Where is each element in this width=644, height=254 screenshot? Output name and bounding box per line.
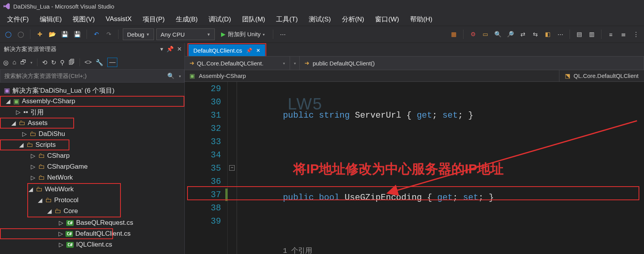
folder-icon: 🗀 <box>38 174 45 182</box>
file-iqlclient[interactable]: ▷ C# IQLClient.cs <box>0 239 184 250</box>
expand-icon[interactable]: ◢ <box>5 98 11 105</box>
config-dropdown[interactable]: Debug ▼ <box>123 28 154 40</box>
tool-ext-9[interactable]: ⋯ <box>555 29 565 39</box>
nav-class-dropdown[interactable]: ➜QL.Core.DefaultQLClient. ▾ <box>185 56 290 70</box>
project-node[interactable]: ◢ ▣ Assembly-CSharp <box>0 96 184 107</box>
menu-build[interactable]: 生成(B) <box>171 13 203 25</box>
nav-member-text: public DefaultQLClient() <box>313 60 375 67</box>
nav-back-icon[interactable]: ◯ <box>3 29 13 39</box>
menu-project[interactable]: 项目(P) <box>138 13 170 25</box>
home2-icon[interactable]: ⌂ <box>12 59 16 66</box>
save-all-icon[interactable]: 💾 <box>72 29 82 39</box>
expand-icon[interactable]: ▷ <box>22 131 27 138</box>
separator <box>463 30 464 39</box>
code-icon[interactable]: <> <box>85 59 92 66</box>
tool-ext-1[interactable]: ▦ <box>449 29 459 39</box>
menu-team[interactable]: 团队(M) <box>237 13 270 25</box>
redo-icon[interactable]: ↷ <box>104 29 114 39</box>
tool-ext-12[interactable]: ≡ <box>606 29 616 39</box>
collapse-icon[interactable]: 🗗 <box>20 59 27 66</box>
tool-ext-5[interactable]: 🔎 <box>505 29 515 39</box>
network-node[interactable]: ▷ 🗀 NetWork <box>0 172 184 183</box>
folder-label: Core <box>64 207 78 215</box>
expand-icon[interactable]: ◢ <box>28 186 34 193</box>
expand-icon[interactable]: ◢ <box>19 141 24 148</box>
folder-label: NetWork <box>47 174 73 182</box>
menu-tools[interactable]: 工具(T) <box>271 13 303 25</box>
menu-test[interactable]: 测试(S) <box>304 13 336 25</box>
expand-icon[interactable]: ▷ <box>58 230 63 237</box>
nav-extra[interactable]: ▾ <box>290 56 300 70</box>
expand-icon[interactable]: ◢ <box>11 120 16 127</box>
expand-icon[interactable]: ▷ <box>16 109 21 116</box>
expand-icon[interactable]: ◢ <box>47 208 52 215</box>
filter-icon[interactable]: ⚲ <box>60 59 65 66</box>
search-input[interactable]: 搜索解决方案资源管理器(Ctrl+;) 🔍 ▾ <box>0 69 184 83</box>
tool-ext-8[interactable]: ◧ <box>543 29 553 39</box>
tool-ext-3[interactable]: ▭ <box>480 29 490 39</box>
file-defaultqlclient[interactable]: ▷ C# DefaultQLClient.cs <box>0 228 113 239</box>
open-file-icon[interactable]: 📂 <box>47 29 57 39</box>
tool-ext-13[interactable]: ≣ <box>618 29 628 39</box>
tool-ext-11[interactable]: ▥ <box>587 29 597 39</box>
fold-minus-icon[interactable]: − <box>229 165 235 171</box>
nav-fwd-icon[interactable]: ◯ <box>16 29 26 39</box>
home-icon[interactable]: ◎ <box>3 59 9 66</box>
menu-file[interactable]: 文件(F) <box>2 13 34 25</box>
refresh-icon[interactable]: ↻ <box>51 59 56 66</box>
menu-help[interactable]: 帮助(H) <box>405 13 437 25</box>
tool-ext-4[interactable]: 🔍 <box>493 29 503 39</box>
close-icon[interactable]: ✕ <box>256 48 260 53</box>
csharpgame-node[interactable]: ▷ 🗀 CSharpGame <box>0 161 184 172</box>
tool-ext-10[interactable]: ▤ <box>574 29 584 39</box>
platform-dropdown[interactable]: Any CPU ▼ <box>156 28 215 40</box>
file-baseqlrequest[interactable]: ▷ C# BaseQLRequest.cs <box>0 217 184 228</box>
close-icon[interactable]: ✕ <box>177 46 182 53</box>
expand-icon[interactable]: ▷ <box>30 152 36 159</box>
expand-icon[interactable]: ▷ <box>30 174 36 181</box>
nav-member-dropdown[interactable]: ➜ public DefaultQLClient() <box>300 56 644 70</box>
protocol-node[interactable]: ◢ 🗀 Protocol <box>28 195 120 206</box>
solution-node[interactable]: ▣ 解决方案'DaDiShu_Lua' (6 个项目) <box>0 85 184 96</box>
pin-icon[interactable]: 📌 <box>246 48 252 53</box>
props-icon[interactable]: 🔧 <box>96 59 103 66</box>
tab-defaultqlclient[interactable]: DefaultQLClient.cs 📌 ✕ <box>189 44 265 56</box>
dadishu-node[interactable]: ▷ 🗀 DaDiShu <box>0 129 184 139</box>
new-project-icon[interactable]: ✚ <box>35 29 45 39</box>
references-node[interactable]: ▷ ▪▪ 引用 <box>0 107 184 118</box>
webwork-node[interactable]: ◢ 🗀 WebWork <box>28 184 120 195</box>
tool-ext-7[interactable]: ⇆ <box>530 29 540 39</box>
tool-ext-6[interactable]: ⇄ <box>518 29 528 39</box>
menu-edit[interactable]: 编辑(E) <box>35 13 67 25</box>
caret-down-icon: ▼ <box>207 32 211 37</box>
dropdown-icon[interactable]: ▾ <box>160 46 163 53</box>
pin-icon[interactable]: 📌 <box>166 46 174 53</box>
menu-vassistx[interactable]: VAssistX <box>101 14 136 25</box>
csharp-node[interactable]: ▷ 🗀 CSharp <box>0 150 184 161</box>
csproj-icon: ▣ <box>189 72 195 79</box>
menu-view[interactable]: 视图(V) <box>68 13 99 25</box>
expand-icon[interactable]: ▷ <box>30 163 36 170</box>
expand-icon[interactable]: ◢ <box>37 197 43 204</box>
core-node[interactable]: ◢ 🗀 Core <box>28 206 120 217</box>
crumb-right[interactable]: ⬔ QL.Core.DefaultQLClient <box>559 70 644 82</box>
scripts-node[interactable]: ◢ 🗀 Scripts <box>0 139 69 150</box>
assets-node[interactable]: ◢ 🗀 Assets <box>0 118 74 129</box>
copy-icon[interactable]: 🗐 <box>69 59 75 66</box>
menu-window[interactable]: 窗口(W) <box>370 13 403 25</box>
menu-debug[interactable]: 调试(D) <box>204 13 236 25</box>
tool-ext-2[interactable]: ⚙ <box>468 29 478 39</box>
file-label: IQLClient.cs <box>76 241 112 249</box>
attach-unity-button[interactable]: ▶ 附加到 Unity ▾ <box>217 28 269 40</box>
code-area[interactable]: 29 30 31 32 33 34 35 36 37 38 39 − LW5 p… <box>185 82 644 254</box>
undo-icon[interactable]: ↶ <box>91 29 101 39</box>
toggle-icon[interactable]: — <box>107 58 117 67</box>
expand-icon[interactable]: ▷ <box>58 219 64 226</box>
expand-icon[interactable]: ▷ <box>58 241 64 248</box>
menu-analyze[interactable]: 分析(N) <box>337 13 369 25</box>
tool-ext-14[interactable]: ⋮ <box>631 29 641 39</box>
save-icon[interactable]: 💾 <box>60 29 70 39</box>
sync-icon[interactable]: ⟲ <box>42 59 47 66</box>
tool-icon[interactable]: ⋯ <box>278 29 288 39</box>
code-content[interactable]: LW5 public string ServerUrl { get; set; … <box>237 82 644 254</box>
